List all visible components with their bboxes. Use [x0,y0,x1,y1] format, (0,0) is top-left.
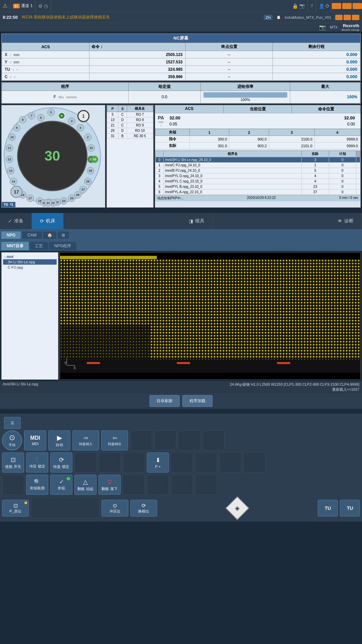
lock-camera-area: 🔒 📷 [290,0,308,12]
toolbar-menu-btn[interactable]: ☰ [4,417,21,429]
help-icon[interactable]: ? [310,3,313,8]
status-bars2 [335,15,359,20]
prog-name-4: /mnt/PYL C.npg_23.10_0 [164,179,302,184]
motion-info: IndraMotion_MTX_Pun_V01 [285,15,331,19]
change-mold-btn[interactable]: ⟳ 换模位 [130,500,157,517]
slot-27[interactable]: 27 [79,186,87,193]
sub-tab-cam[interactable]: CAM [22,231,42,239]
slot-6[interactable]: 6 [37,114,45,121]
prog-name-2: /mnt/B PJ.npg_24.10_0 [164,168,302,173]
tab-mold[interactable]: ◨ 模具 [181,213,213,229]
slot-32[interactable]: 32 [87,144,95,152]
turntable-lock-btn[interactable]: ⟳ 转盘 锁定 [50,452,72,473]
tu-left-btn[interactable]: TU [318,500,338,517]
slot-11[interactable]: 11 [6,144,13,152]
clock-time: 8:22:50 [3,15,18,20]
turntable-in-btn[interactable]: ⇨ 转盘销入 [72,430,99,450]
file-tab-mnt[interactable]: MNT目录 [1,242,29,250]
list-item: 1 /mnt/C PJ.npg_24.10_0 1 0 [156,163,360,168]
nc-title: NC屏幕 [2,34,360,43]
auto-label: 自动 [56,442,63,447]
slot-17-pos[interactable]: 17 [26,195,34,202]
rem-tu: 0.000 [273,66,360,73]
prog-scroll[interactable] [356,151,360,157]
file-3h-le[interactable]: 3H Li Shi Le.npg [3,259,57,265]
feed-rate-fill [203,92,287,98]
tab-machine[interactable]: ⟳ 机床 [32,213,64,229]
clamp-header-2: 2 [229,129,269,136]
tab-prepare[interactable]: ✓ 准备 [0,213,32,229]
sub-tab-npg[interactable]: NPG [1,231,21,239]
svg-rect-11 [277,362,290,364]
flipboard-up-btn[interactable]: △ 翻板 抬起 [74,475,97,495]
slot-12[interactable]: 12 [6,156,13,163]
language-badge[interactable]: ZH [264,15,273,20]
slot-8[interactable]: 8 [19,116,26,123]
slot-24[interactable]: 24 [60,197,67,205]
slot-30-indicator[interactable]: 30 [91,156,98,163]
clamp-btn[interactable]: ✓ 夹钮 [50,475,72,495]
slot-25[interactable]: 25 [68,195,75,202]
end-c: -- [185,73,273,80]
clock-icon[interactable]: ◷ [44,3,48,9]
slot-14[interactable]: 14 [10,178,17,185]
sub-tab-home[interactable]: 🏠 [43,231,56,239]
slot-29[interactable]: 29 [87,167,94,174]
file-cpj[interactable]: C PJ.npg [3,265,57,270]
prog-name-1: /mnt/C PJ.npg_24.10_0 [164,163,302,168]
camera2-icon[interactable]: 📷 [319,24,326,31]
table-row: C ↕ ○ 359.996 -- 0.000 [2,73,360,80]
file-tab-tech[interactable]: 工艺 [29,242,48,250]
prog-num-5: 5 [156,184,164,190]
svg-rect-10 [177,362,190,364]
list-item: 31 B RE 30 5 [107,133,153,139]
slot-2[interactable]: 2 [84,133,92,141]
slot-13[interactable]: 13 [7,167,14,174]
prog-actual-3: 4 [302,173,329,179]
pa-label-area: PA mm ○ [158,115,164,127]
prog-num-2: 2 [156,168,164,173]
punch-lock-btn[interactable]: ! 冲压 锁定 [26,452,48,473]
p-plus-btn[interactable]: ⬇ P + [147,452,169,473]
empty-13 [123,475,145,495]
pa-current2: 0.05 [169,122,177,126]
feed-rate-cell: 100% [200,91,290,103]
turntable-out-btn[interactable]: ⇦ 转盘销出 [101,430,128,450]
big-slot-1[interactable]: 1 [77,110,89,122]
auto-btn[interactable]: ▶ 自动 [48,430,70,450]
warning-message: W134-系统驱动器使能未上或驱动器故障使能丢失 [22,14,260,20]
rem-c: 0.000 [273,73,360,80]
slot-3[interactable]: 3 [77,124,84,131]
tu-right-btn[interactable]: TU [340,500,360,517]
tl-name-2: RO 9 [127,123,153,128]
prog-plan-1: 0 [329,163,356,168]
slot-highlighted[interactable]: ● [58,112,65,119]
slot-10[interactable]: 10 [8,133,16,141]
tab-diagnose[interactable]: 👁 诊断 [329,213,362,229]
feed-unit2: mm/min [66,96,77,99]
big-slot-17[interactable]: 17 [10,186,22,198]
sub-tab-grid[interactable]: ⊞ [58,231,69,239]
refresh-button[interactable]: 目录刷新 [149,395,180,407]
clamp-actual-1: 301.0 [190,143,229,149]
file-tab-npg[interactable]: NPG程序 [49,242,76,250]
slot-21[interactable]: 21 [45,199,52,207]
slot-28[interactable]: 28 [84,178,92,185]
enable-switch-btn[interactable]: ⊡ 使能 开关 [2,452,24,473]
manual-btn[interactable]: ⊙ 手动 [2,430,22,450]
p-home-btn[interactable]: ⊡ P_原位 [2,500,29,517]
settings-icon[interactable]: ⚙ [38,3,43,9]
slot-7[interactable]: 7 [28,112,35,119]
slot-9[interactable]: 9 [13,124,20,131]
mdi-btn[interactable]: MDI MDI [24,430,46,450]
load-button[interactable]: 程序加载 [182,395,213,407]
slot-4[interactable]: 4 [68,117,75,125]
folder-mnt[interactable]: - mnt [3,254,57,259]
diamond-btn[interactable]: ◈ [226,496,249,520]
punch-pos-btn[interactable]: ⊙ 冲压位 [102,500,128,517]
turntable-lock-label: 转盘 锁定 [53,464,69,469]
logo-bar: 📷 MTX Rexroth Bosch Group [0,23,362,32]
flipboard-down-btn[interactable]: ▽ 翻板 落下 [99,475,121,495]
slot-5[interactable]: 5 [47,109,55,116]
clamp-detect-btn[interactable]: 🔍 夹钮检测 [26,475,48,495]
